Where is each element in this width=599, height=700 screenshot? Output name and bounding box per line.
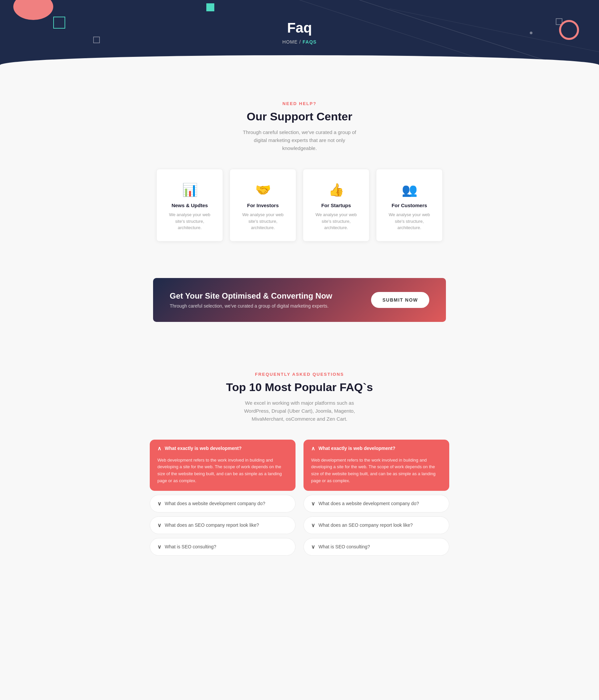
faq-header-1-1[interactable]: ∨ What does a website development compan…	[304, 495, 449, 512]
faq-question-1-2: What does an SEO company report look lik…	[318, 522, 413, 528]
card-icon-3: 👥	[384, 182, 434, 197]
support-tag: NEED HELP?	[7, 101, 592, 106]
faq-col-1: ∧ What exactly is web development? Web d…	[304, 440, 449, 556]
card-title-3: For Customers	[384, 202, 434, 208]
submit-now-button[interactable]: SUBMIT NOW	[371, 292, 429, 308]
faq-question-1-0: What exactly is web development?	[318, 446, 396, 451]
card-desc-1: We analyse your web site's structure, ar…	[238, 211, 288, 231]
card-title-1: For Investors	[238, 202, 288, 208]
faq-question-1-1: What does a website development company …	[318, 501, 419, 506]
faq-item-0-1[interactable]: ∨ What does a website development compan…	[150, 495, 295, 512]
support-card-0: 📊 News & Updtes We analyse your web site…	[157, 169, 223, 242]
card-title-2: For Startups	[311, 202, 361, 208]
support-card-3: 👥 For Customers We analyse your web site…	[376, 169, 442, 242]
deco-square-1	[53, 17, 65, 29]
faq-question-0-3: What is SEO consulting?	[165, 544, 216, 549]
card-desc-0: We analyse your web site's structure, ar…	[165, 211, 215, 231]
faq-toggle-icon-0-1: ∨	[158, 500, 161, 507]
support-section: NEED HELP? Our Support Center Through ca…	[0, 78, 599, 258]
faq-col-0: ∧ What exactly is web development? Web d…	[150, 440, 295, 556]
breadcrumb-separator: /	[299, 39, 303, 45]
faq-answer-1-0: Web development refers to the work invol…	[304, 457, 449, 491]
cta-text: Get Your Site Optimised & Converting Now…	[170, 291, 332, 308]
faq-header-1-2[interactable]: ∨ What does an SEO company report look l…	[304, 517, 449, 534]
faq-toggle-icon-1-3: ∨	[311, 544, 315, 550]
faq-header-0-1[interactable]: ∨ What does a website development compan…	[150, 495, 295, 512]
hero-title: Faq	[7, 20, 592, 36]
card-icon-0: 📊	[165, 182, 215, 197]
deco-square-2	[206, 3, 214, 11]
support-title: Our Support Center	[7, 110, 592, 123]
support-card-1: 🤝 For Investors We analyse your web site…	[230, 169, 296, 242]
support-card-2: 👍 For Startups We analyse your web site'…	[303, 169, 369, 242]
card-icon-1: 🤝	[238, 182, 288, 197]
faq-toggle-icon-0-0: ∧	[158, 445, 161, 452]
hero-section: Faq HOME / FAQS	[0, 0, 599, 78]
deco-blob	[13, 0, 53, 20]
faq-item-1-3[interactable]: ∨ What is SEO consulting?	[304, 538, 449, 556]
faq-header-1-3[interactable]: ∨ What is SEO consulting?	[304, 539, 449, 555]
faq-question-0-1: What does a website development company …	[165, 501, 265, 506]
faq-item-1-1[interactable]: ∨ What does a website development compan…	[304, 495, 449, 512]
deco-lines	[0, 0, 599, 78]
card-desc-2: We analyse your web site's structure, ar…	[311, 211, 361, 231]
faq-section: FREQUENTLY ASKED QUESTIONS Top 10 Most P…	[0, 349, 599, 582]
faq-item-0-2[interactable]: ∨ What does an SEO company report look l…	[150, 517, 295, 534]
faq-item-0-0[interactable]: ∧ What exactly is web development? Web d…	[150, 440, 295, 491]
deco-square-3	[93, 36, 100, 43]
card-desc-3: We analyse your web site's structure, ar…	[384, 211, 434, 231]
svg-line-0	[359, 0, 599, 78]
faq-question-0-2: What does an SEO company report look lik…	[165, 522, 259, 528]
svg-line-1	[300, 0, 539, 78]
faq-question-0-0: What exactly is web development?	[165, 446, 242, 451]
cards-container: 📊 News & Updtes We analyse your web site…	[150, 169, 449, 242]
faq-item-0-3[interactable]: ∨ What is SEO consulting?	[150, 538, 295, 556]
faq-tag: FREQUENTLY ASKED QUESTIONS	[7, 372, 592, 377]
cta-description: Through careful selection, we've curated…	[170, 303, 332, 308]
faq-toggle-icon-0-2: ∨	[158, 522, 161, 528]
cta-banner: Get Your Site Optimised & Converting Now…	[153, 278, 446, 322]
faq-header-0-3[interactable]: ∨ What is SEO consulting?	[150, 539, 295, 555]
faq-toggle-icon-1-0: ∧	[311, 445, 315, 452]
deco-circle	[559, 20, 579, 40]
breadcrumb-current: FAQS	[303, 39, 316, 45]
faq-header-0-0[interactable]: ∧ What exactly is web development?	[150, 440, 295, 457]
faq-title: Top 10 Most Popular FAQ`s	[7, 381, 592, 394]
faq-header-0-2[interactable]: ∨ What does an SEO company report look l…	[150, 517, 295, 534]
breadcrumb-home[interactable]: HOME	[283, 39, 298, 45]
faq-item-1-2[interactable]: ∨ What does an SEO company report look l…	[304, 517, 449, 534]
faq-toggle-icon-1-1: ∨	[311, 500, 315, 507]
card-icon-2: 👍	[311, 182, 361, 197]
faq-answer-0-0: Web development refers to the work invol…	[150, 457, 295, 491]
faq-question-1-3: What is SEO consulting?	[318, 544, 370, 549]
faq-toggle-icon-0-3: ∨	[158, 544, 161, 550]
faq-description: We excel in working with major platforms…	[236, 399, 363, 423]
support-description: Through careful selection, we've curated…	[236, 128, 363, 152]
card-title-0: News & Updtes	[165, 202, 215, 208]
deco-dot	[530, 32, 532, 34]
cta-title: Get Your Site Optimised & Converting Now	[170, 291, 332, 301]
faq-header-1-0[interactable]: ∧ What exactly is web development?	[304, 440, 449, 457]
faq-toggle-icon-1-2: ∨	[311, 522, 315, 528]
faq-item-1-0[interactable]: ∧ What exactly is web development? Web d…	[304, 440, 449, 491]
faq-columns: ∧ What exactly is web development? Web d…	[150, 440, 449, 556]
